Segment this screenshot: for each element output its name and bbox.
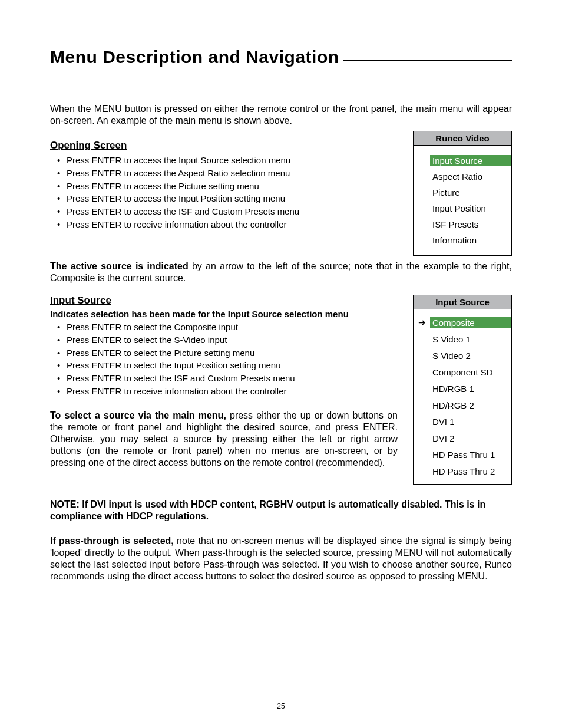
menu-item-information: Information — [414, 232, 511, 248]
input-source-heading: Input Source — [50, 295, 398, 307]
menu-item-label: ISF Presets — [430, 219, 511, 230]
menu-item-label: Input Source — [430, 155, 511, 166]
input-source-subhead: Indicates selection has been made for th… — [50, 309, 398, 319]
menu-item-aspect-ratio: Aspect Ratio — [414, 169, 511, 185]
menu-item-label: Aspect Ratio — [430, 171, 511, 182]
menu-item-hdpass1: HD Pass Thru 1 — [414, 446, 511, 463]
list-item: Press ENTER to select the Input Position… — [50, 359, 398, 372]
input-source-bullets: Press ENTER to select the Composite inpu… — [50, 321, 398, 398]
input-source-text-block: Input Source Indicates selection has bee… — [50, 295, 398, 469]
menu-item-input-source: Input Source — [414, 153, 511, 169]
menu-header: Input Source — [414, 295, 511, 309]
select-source-lead: To select a source via the main menu, — [50, 410, 226, 420]
input-source-section: Input Source Indicates selection has bee… — [50, 295, 512, 495]
title-row: Menu Description and Navigation — [50, 47, 512, 71]
list-item: Press ENTER to select the ISF and Custom… — [50, 372, 398, 385]
menu-header: Runco Video — [414, 131, 511, 146]
menu-item-label: Composite — [430, 317, 511, 328]
select-source-paragraph: To select a source via the main menu, pr… — [50, 410, 398, 469]
menu-item-dvi1: DVI 1 — [414, 413, 511, 430]
menu-item-label: Information — [430, 235, 511, 246]
input-source-menu-illustration: Input Source ➔ Composite S Video 1 S Vid… — [413, 295, 512, 485]
hdcp-note: NOTE: If DVI input is used with HDCP con… — [50, 499, 512, 522]
menu-item-label: DVI 2 — [430, 433, 511, 444]
menu-items: ➔ Composite S Video 1 S Video 2 Componen… — [414, 309, 511, 484]
list-item: Press ENTER to select the Picture settin… — [50, 347, 398, 360]
menu-item-composite: ➔ Composite — [414, 314, 511, 331]
active-source-paragraph: The active source is indicated by an arr… — [50, 261, 512, 284]
intro-paragraph: When the MENU button is pressed on eithe… — [50, 103, 512, 127]
list-item: Press ENTER to receive information about… — [50, 385, 398, 398]
menu-item-svideo1: S Video 1 — [414, 331, 511, 347]
menu-item-label: HD Pass Thru 2 — [430, 466, 511, 477]
menu-item-hdrgb2: HD/RGB 2 — [414, 397, 511, 413]
menu-item-hdrgb1: HD/RGB 1 — [414, 380, 511, 397]
page-number: 25 — [0, 702, 562, 710]
menu-item-label: Picture — [430, 187, 511, 198]
menu-item-svideo2: S Video 2 — [414, 347, 511, 364]
passthrough-lead: If pass-through is selected, — [50, 536, 174, 546]
list-item: Press ENTER to select the Composite inpu… — [50, 321, 398, 334]
menu-item-label: S Video 1 — [430, 334, 511, 345]
menu-items: Input Source Aspect Ratio Picture Input … — [414, 146, 511, 255]
passthrough-paragraph: If pass-through is selected, note that n… — [50, 535, 512, 582]
menu-item-label: Input Position — [430, 203, 511, 214]
menu-item-isf-presets: ISF Presets — [414, 216, 511, 232]
active-source-lead: The active source is indicated — [50, 261, 189, 271]
menu-item-dvi2: DVI 2 — [414, 430, 511, 446]
page-title: Menu Description and Navigation — [50, 47, 339, 67]
opening-screen-section: Opening Screen Press ENTER to access the… — [50, 140, 512, 261]
arrow-icon: ➔ — [414, 317, 430, 328]
title-rule — [343, 60, 512, 61]
list-item: Press ENTER to select the S-Video input — [50, 334, 398, 347]
menu-item-label: HD Pass Thru 1 — [430, 449, 511, 460]
menu-item-label: DVI 1 — [430, 416, 511, 427]
menu-item-label: Component SD — [430, 367, 511, 378]
menu-item-component-sd: Component SD — [414, 364, 511, 380]
menu-item-input-position: Input Position — [414, 200, 511, 216]
menu-item-label: HD/RGB 1 — [430, 383, 511, 394]
menu-item-label: HD/RGB 2 — [430, 400, 511, 411]
menu-item-picture: Picture — [414, 185, 511, 200]
menu-item-hdpass2: HD Pass Thru 2 — [414, 463, 511, 479]
main-menu-illustration: Runco Video Input Source Aspect Ratio Pi… — [413, 131, 512, 256]
menu-item-label: S Video 2 — [430, 350, 511, 361]
